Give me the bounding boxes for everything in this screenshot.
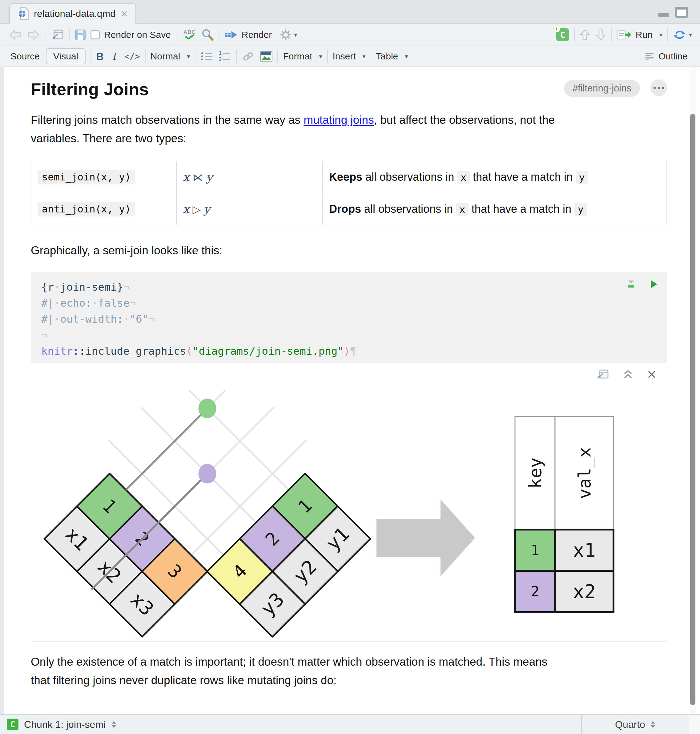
tab-close-icon[interactable]: × [121, 8, 128, 19]
chunk-code-line[interactable]: knitr::include_graphics("diagrams/join-s… [41, 343, 658, 359]
back-icon[interactable] [8, 29, 22, 41]
rerun-source-icon[interactable] [673, 29, 687, 40]
vertical-scrollbar[interactable] [689, 67, 696, 714]
chunk-code-line[interactable]: ¬ [41, 327, 658, 343]
section-anchor-badge: #filtering-joins [564, 80, 640, 97]
style-caret-icon: ▾ [187, 53, 190, 60]
run-button[interactable]: Run ▾ [616, 29, 662, 40]
format-toolbar: Source Visual B I </> Normal ▾ 1 2 [0, 46, 700, 67]
render-settings-caret-icon[interactable]: ▾ [294, 31, 297, 38]
join-fn-code: semi_join(x, y) [38, 170, 135, 184]
table-menu[interactable]: Table ▾ [376, 51, 408, 62]
chunk-code-line[interactable]: #|·out-width:·"6"¬ [41, 311, 658, 327]
chunk-code-line[interactable]: #|·echo:·false¬ [41, 295, 658, 311]
run-chunk-icon[interactable] [650, 279, 658, 289]
quarto-file-icon [18, 7, 29, 21]
italic-button[interactable]: I [111, 50, 118, 62]
link-icon[interactable] [242, 51, 254, 62]
section-options-icon[interactable] [650, 79, 667, 96]
go-previous-chunk-icon[interactable] [579, 29, 590, 41]
forward-icon[interactable] [26, 29, 41, 41]
run-chunks-above-icon[interactable] [626, 279, 636, 289]
minimize-icon[interactable] [658, 13, 669, 17]
code-format-button[interactable]: </> [124, 51, 140, 62]
outro-paragraph[interactable]: Only the existence of a match is importa… [31, 653, 667, 690]
graphically-paragraph[interactable]: Graphically, a semi-join looks like this… [31, 241, 667, 260]
tab-title: relational-data.qmd [34, 8, 115, 19]
mutating-joins-link[interactable]: mutating joins [303, 113, 374, 126]
editor-pane: Filtering Joins #filtering-joins Filteri… [4, 67, 700, 714]
window-controls [658, 7, 688, 18]
join-table-row[interactable]: semi_join(x, y)x⋉yKeeps all observations… [31, 161, 667, 193]
render-button[interactable]: Render [224, 29, 272, 40]
intro-paragraph[interactable]: Filtering joins match observations in th… [31, 111, 667, 148]
render-label: Render [242, 29, 272, 40]
mode-updown-icon [650, 721, 656, 728]
plus-icon: + [553, 25, 560, 32]
go-next-chunk-icon[interactable] [596, 29, 606, 41]
svg-text:2: 2 [531, 583, 539, 600]
format-menu[interactable]: Format ▾ [283, 51, 322, 62]
join-fn-code: anti_join(x, y) [38, 202, 135, 216]
svg-text:val_x: val_x [574, 447, 594, 499]
insert-chunk-button[interactable]: C + [556, 28, 569, 41]
render-icon [224, 30, 237, 40]
source-mode-button[interactable]: Source [10, 51, 40, 62]
tab-bar: relational-data.qmd × [0, 0, 700, 24]
join-table-row[interactable]: anti_join(x, y)x▷yDrops all observations… [31, 193, 667, 225]
render-on-save[interactable]: Render on Save [91, 29, 171, 40]
document-body: Filtering Joins #filtering-joins Filteri… [4, 79, 667, 690]
page-title[interactable]: Filtering Joins [31, 79, 564, 99]
run-icon [616, 30, 631, 40]
run-caret-icon: ▾ [659, 31, 662, 38]
svg-text:x2: x2 [573, 580, 596, 603]
code-chunk[interactable]: {r·join-semi}¬#|·echo:·false¬#|·out-widt… [31, 272, 667, 363]
image-icon[interactable] [260, 51, 272, 62]
maximize-icon[interactable] [675, 7, 688, 18]
join-description: Drops all observations in x that have a … [329, 203, 587, 215]
join-description: Keeps all observations in x that have a … [329, 171, 588, 183]
tab-relational-data[interactable]: relational-data.qmd × [9, 3, 136, 24]
bullet-list-icon[interactable] [200, 51, 213, 62]
chunk-code[interactable]: {r·join-semi}¬#|·echo:·false¬#|·out-widt… [41, 279, 658, 359]
numbered-list-icon[interactable]: 1 2 [218, 51, 231, 62]
paragraph-style-dropdown[interactable]: Normal ▾ [150, 51, 190, 62]
outline-toggle[interactable]: Outline [645, 51, 688, 62]
svg-text:key: key [525, 457, 545, 488]
document-mode-selector[interactable]: Quarto [581, 715, 689, 734]
rerun-caret-icon[interactable]: ▾ [689, 31, 692, 38]
rstudio-window: relational-data.qmd × [0, 0, 700, 734]
chunk-output: 1x12x23x31y12y24y3keyval_x1x12x2 [31, 363, 667, 641]
render-on-save-checkbox[interactable] [91, 30, 100, 40]
svg-text:2: 2 [219, 57, 222, 62]
save-icon[interactable] [75, 29, 86, 41]
run-label: Run [636, 29, 653, 40]
insert-menu[interactable]: Insert ▾ [333, 51, 366, 62]
render-settings-gear-icon[interactable] [280, 29, 291, 41]
spellcheck-icon[interactable]: ABC [181, 30, 198, 40]
bold-button[interactable]: B [96, 50, 104, 62]
join-types-table[interactable]: semi_join(x, y)x⋉yKeeps all observations… [31, 161, 667, 225]
outline-icon [645, 52, 654, 60]
svg-text:1: 1 [219, 51, 222, 56]
open-new-window-icon[interactable] [51, 29, 64, 41]
join-math: x⋉y [183, 170, 213, 184]
join-math: x▷y [183, 202, 210, 216]
clear-output-icon[interactable] [647, 370, 656, 379]
scrollbar-thumb[interactable] [690, 114, 696, 705]
main-toolbar: Render on Save ABC Render [0, 24, 700, 46]
chunk-nav-updown-icon[interactable] [111, 721, 117, 728]
render-on-save-label: Render on Save [104, 29, 171, 40]
chunk-language-badge: C [7, 719, 18, 730]
visual-mode-button[interactable]: Visual [46, 49, 85, 64]
output-popout-icon[interactable] [597, 369, 609, 380]
status-bar: C Chunk 1: join-semi Quarto [0, 714, 700, 734]
svg-text:1: 1 [531, 542, 539, 559]
semi-join-diagram: 1x12x23x31y12y24y3keyval_x1x12x2 [31, 381, 668, 641]
collapse-output-icon[interactable] [623, 370, 633, 379]
chunk-code-line[interactable]: {r·join-semi}¬ [41, 279, 658, 295]
svg-text:x1: x1 [573, 539, 596, 562]
chunk-status-label[interactable]: Chunk 1: join-semi [24, 719, 106, 730]
search-icon[interactable] [201, 28, 214, 41]
